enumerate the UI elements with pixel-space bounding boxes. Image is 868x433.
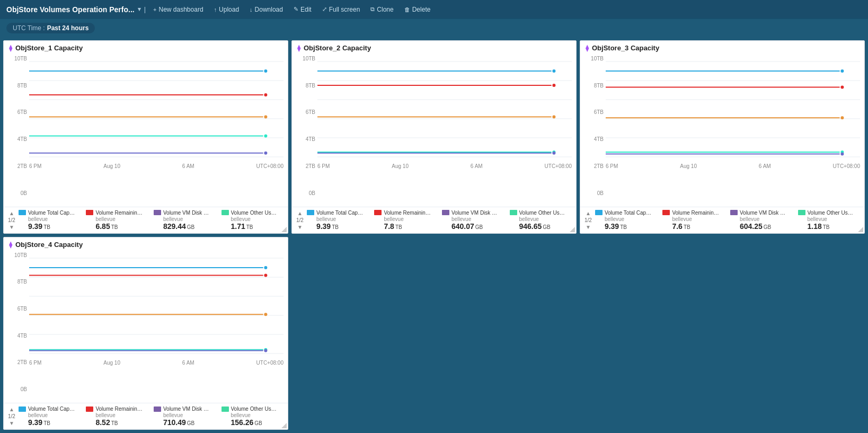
x-axis-label: 6 PM xyxy=(29,360,41,366)
value-number: 710.49 xyxy=(163,418,186,427)
clone-icon: ⧉ xyxy=(370,6,375,13)
legend-area: ▲ 1/2 ▼ Volume Total Capacit... bellevue… xyxy=(580,207,864,233)
y-axis-label: 10TB xyxy=(292,56,315,61)
legend-area: ▲ 1/2 ▼ Volume Total Capacit... bellevue… xyxy=(4,403,288,429)
legend-sub: bellevue xyxy=(595,216,658,222)
value-unit: GB xyxy=(254,420,262,426)
legend-sub: bellevue xyxy=(510,216,572,222)
legend-header: Volume VM Disk Used ... xyxy=(154,406,216,412)
y-axis-label: 8TB xyxy=(4,83,27,89)
legend-nav: ▲ 1/2 ▼ xyxy=(8,210,19,231)
svg-point-27 xyxy=(552,115,555,118)
legend-value: 8.52 TB xyxy=(86,418,148,427)
legend-sub: bellevue xyxy=(19,412,81,418)
legend-name: Volume Total Capacit... xyxy=(28,210,76,216)
nav-up-arrow[interactable]: ▲ xyxy=(9,407,14,412)
filterbar: UTC Time : Past 24 hours xyxy=(0,19,868,37)
upload-button[interactable]: ↑ Upload xyxy=(210,4,244,15)
legend-items: Volume Total Capacit... bellevue 9.39 TB… xyxy=(307,210,572,231)
y-axis-label: 8TB xyxy=(4,279,27,285)
y-axis-label: 4TB xyxy=(580,137,604,142)
panel-resize-handle[interactable] xyxy=(570,227,576,233)
x-axis-label: 6 PM xyxy=(29,163,41,169)
value-unit: TB xyxy=(111,420,118,426)
value-unit: GB xyxy=(187,224,194,230)
y-axis-label: 6TB xyxy=(292,110,315,115)
legend-color-bar xyxy=(154,407,161,412)
nav-down-arrow[interactable]: ▼ xyxy=(586,224,591,230)
nav-down-arrow[interactable]: ▼ xyxy=(9,420,14,426)
legend-name: Volume Total Capacit... xyxy=(28,406,76,412)
legend-color-bar xyxy=(86,210,93,215)
legend-header: Volume VM Disk Used ... xyxy=(442,210,504,216)
filter-label: UTC Time : xyxy=(13,24,45,32)
new-dashboard-button[interactable]: + New dashboard xyxy=(149,4,208,15)
svg-point-59 xyxy=(264,313,267,316)
nav-down-arrow[interactable]: ▼ xyxy=(9,224,14,230)
panel-title: ObjStore_2 Capacity xyxy=(304,44,371,52)
y-axis-label: 4TB xyxy=(4,333,27,339)
legend-value: 156.26 GB xyxy=(222,418,284,427)
nav-up-arrow[interactable]: ▲ xyxy=(9,210,14,216)
delete-button[interactable]: 🗑 Delete xyxy=(400,4,435,15)
fullscreen-button[interactable]: ⤢ Full screen xyxy=(318,4,365,15)
svg-point-13 xyxy=(264,134,267,137)
x-axis-label: UTC+08:00 xyxy=(256,360,284,366)
panel-header: ⧫ ObjStore_4 Capacity xyxy=(4,237,288,251)
legend-nav: ▲ 1/2 ▼ xyxy=(296,210,307,231)
x-axis-label: Aug 10 xyxy=(103,163,120,169)
svg-point-43 xyxy=(840,116,844,119)
nav-up-arrow[interactable]: ▲ xyxy=(297,210,303,216)
legend-sub: bellevue xyxy=(154,412,216,418)
legend-item: Volume Other Used Ca... bellevue 1.71 TB xyxy=(222,210,284,231)
svg-point-25 xyxy=(552,84,555,87)
legend-header: Volume Other Used Ca... xyxy=(510,210,572,216)
panel-title: ObjStore_1 Capacity xyxy=(15,44,83,52)
x-axis-label: 6 PM xyxy=(606,163,618,169)
x-axis-label: UTC+08:00 xyxy=(833,163,860,169)
clone-button[interactable]: ⧉ Clone xyxy=(366,4,397,15)
edit-button[interactable]: ✎ Edit xyxy=(289,4,316,15)
legend-name: Volume Other Used Ca... xyxy=(519,210,567,216)
legend-item: Volume Remaining Cap... bellevue 7.8 TB xyxy=(374,210,437,231)
legend-value: 710.49 GB xyxy=(154,418,216,427)
nav-page: 1/2 xyxy=(584,217,592,223)
legend-items: Volume Total Capacit... bellevue 9.39 TB… xyxy=(595,210,860,231)
nav-down-arrow[interactable]: ▼ xyxy=(297,224,303,230)
chart-svg xyxy=(606,56,860,162)
value-unit: TB xyxy=(620,224,627,230)
legend-color-bar xyxy=(662,210,670,215)
time-filter-badge[interactable]: UTC Time : Past 24 hours xyxy=(6,23,95,33)
nav-up-arrow[interactable]: ▲ xyxy=(586,210,591,216)
dashboard-grid: ⧫ ObjStore_1 Capacity 0B2TB4TB6TB8TB10TB… xyxy=(0,37,868,433)
new-dashboard-label: New dashboard xyxy=(159,6,203,13)
panel-resize-handle[interactable] xyxy=(281,423,288,429)
value-unit: TB xyxy=(111,224,118,230)
x-axis: 6 PMAug 106 AMUTC+08:00 xyxy=(29,359,284,366)
value-number: 640.07 xyxy=(451,222,474,231)
title-chevron-icon[interactable]: ▾ xyxy=(138,6,141,13)
legend-sub: bellevue xyxy=(19,216,81,222)
legend-items: Volume Total Capacit... bellevue 9.39 TB… xyxy=(19,210,284,231)
y-axis-label: 8TB xyxy=(580,83,604,89)
legend-name: Volume VM Disk Used ... xyxy=(163,406,211,412)
legend-item: Volume Total Capacit... bellevue 9.39 TB xyxy=(19,406,81,427)
download-button[interactable]: ↓ Download xyxy=(245,4,287,15)
panel-header: ⧫ ObjStore_3 Capacity xyxy=(580,41,864,54)
chart-panel-2: ⧫ ObjStore_2 Capacity 0B2TB4TB6TB8TB10TB… xyxy=(291,40,577,234)
svg-point-15 xyxy=(264,152,267,155)
panel-resize-handle[interactable] xyxy=(858,227,864,233)
value-number: 156.26 xyxy=(231,418,254,427)
x-axis: 6 PMAug 106 AMUTC+08:00 xyxy=(29,162,284,169)
legend-color-bar xyxy=(798,210,805,215)
panel-resize-handle[interactable] xyxy=(281,227,288,233)
y-axis-label: 2TB xyxy=(4,164,27,169)
legend-value: 9.39 TB xyxy=(595,222,658,231)
svg-point-47 xyxy=(840,153,844,156)
y-axis-label: 6TB xyxy=(4,110,27,115)
legend-sub: bellevue xyxy=(442,216,504,222)
value-number: 829.44 xyxy=(163,222,186,231)
y-axis-label: 4TB xyxy=(4,137,27,142)
y-axis-label: 2TB xyxy=(580,164,604,169)
legend-value: 9.39 TB xyxy=(19,418,81,427)
